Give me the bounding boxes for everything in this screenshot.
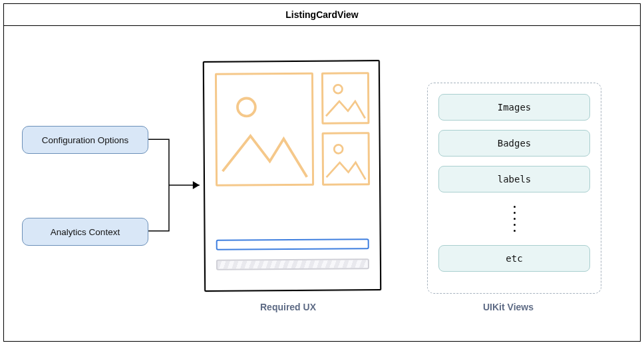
wireframe-image-small-2 [322,132,371,186]
svg-point-1 [334,85,343,93]
image-placeholder-icon [324,134,369,183]
wireframe-text-field [216,238,369,250]
uikit-item-etc: etc [438,245,590,272]
wireframe-image-small-1 [321,72,370,125]
caption-uikit-views: UIKit Views [483,302,534,312]
ellipsis-dots [514,202,516,236]
image-placeholder-icon [217,75,312,184]
uikit-views-panel: Images Badges labels etc [427,83,601,294]
diagram-title: ListingCardView [4,4,640,26]
input-label: Analytics Context [51,227,120,237]
input-label: Configuration Options [42,135,129,145]
caption-required-ux: Required UX [260,302,316,312]
input-analytics-context: Analytics Context [22,218,148,246]
svg-point-0 [238,98,255,116]
required-ux-wireframe [203,60,381,292]
input-configuration-options: Configuration Options [22,126,148,154]
uikit-item-badges: Badges [438,130,590,157]
uikit-item-images: Images [438,94,590,121]
diagram-body: Configuration Options Analytics Context [4,26,640,339]
wireframe-secondary-bar [216,258,369,270]
svg-point-2 [334,145,343,153]
diagram-container: ListingCardView Configuration Options An… [3,3,641,342]
uikit-item-labels: labels [438,166,590,192]
image-placeholder-icon [323,74,368,122]
wireframe-image-large [215,73,314,186]
